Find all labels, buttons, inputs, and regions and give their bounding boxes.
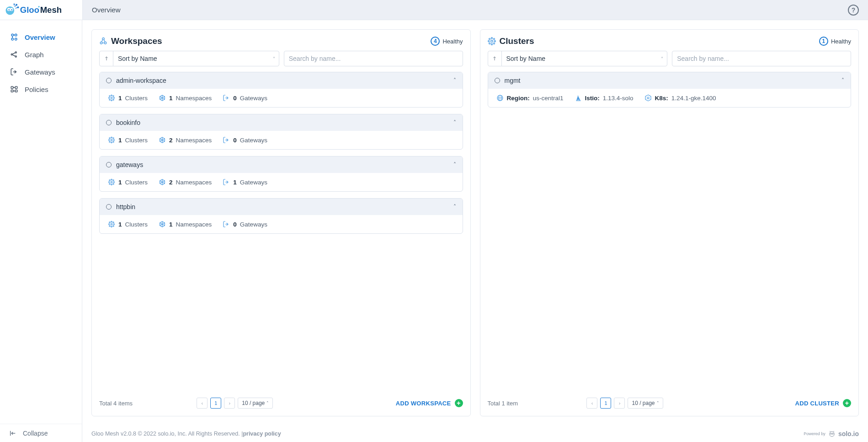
sidebar-item-label: Policies (25, 86, 48, 93)
svg-rect-26 (11, 86, 13, 89)
clusters-search-input[interactable] (672, 51, 851, 66)
sort-direction-icon[interactable] (488, 51, 502, 66)
top-bar: Gloo Mesh Overview ? (0, 0, 868, 20)
workspace-item-name: httpbin (116, 203, 449, 210)
chevron-up-icon: ˄ (453, 77, 456, 84)
svg-point-99 (491, 43, 492, 45)
plus-icon: + (843, 399, 851, 407)
cluster-item-header[interactable]: mgmt ˄ (488, 72, 851, 89)
gateways-icon (223, 178, 230, 186)
status-dot-icon (495, 78, 500, 83)
istio-icon (575, 94, 582, 102)
svg-point-20 (11, 54, 12, 55)
workspaces-pagination: ‹ 1 › 10 / page˄ (197, 398, 273, 409)
panel-clusters-title-text: Clusters (500, 36, 534, 46)
workspaces-sort-label: Sort by Name (113, 55, 268, 62)
stat-label: Gateways (240, 179, 267, 186)
pager-size-select[interactable]: 10 / page˄ (238, 398, 273, 409)
stat-label: Namespaces (176, 221, 212, 228)
workspaces-count-circle: 4 (431, 37, 440, 46)
svg-point-6 (16, 4, 17, 5)
svg-point-63 (113, 141, 114, 142)
stat-gateways: 0 Gateways (223, 221, 267, 228)
workspace-item-header[interactable]: bookinfo ˄ (100, 114, 463, 131)
workspace-item: gateways ˄ 1 Clusters 2 Namespaces 1 Gat (99, 156, 463, 192)
gateways-icon (223, 221, 230, 228)
svg-point-116 (831, 433, 832, 435)
svg-point-75 (113, 180, 114, 181)
svg-point-62 (109, 141, 110, 142)
svg-point-55 (111, 139, 112, 140)
svg-point-84 (111, 221, 112, 222)
svg-point-15 (15, 34, 17, 36)
svg-point-73 (113, 182, 114, 183)
stat-clusters: 1 Clusters (108, 221, 148, 228)
status-dot-icon (106, 120, 112, 125)
svg-point-91 (113, 226, 114, 226)
clusters-sort-dropdown[interactable]: Sort by Name ˄ (488, 51, 668, 66)
pager-size-select[interactable]: 10 / page˄ (628, 398, 663, 409)
sidebar: Overview Graph Gateways Policies Collaps… (0, 20, 82, 442)
clusters-pagination: ‹ 1 › 10 / page˄ (586, 398, 663, 409)
svg-line-37 (101, 40, 102, 42)
svg-point-98 (491, 38, 492, 39)
panel-workspaces: Workspaces 4 Healthy Sort by Name ˄ (91, 29, 471, 416)
svg-point-87 (113, 224, 114, 225)
workspaces-sort-dropdown[interactable]: Sort by Name ˄ (99, 51, 279, 66)
sidebar-item-gateways[interactable]: Gateways (0, 63, 82, 81)
clusters-sort-label: Sort by Name (502, 55, 656, 62)
workspace-item-header[interactable]: gateways ˄ (100, 156, 463, 173)
svg-point-10 (14, 4, 15, 4)
svg-point-35 (100, 42, 102, 44)
namespaces-icon (159, 94, 166, 102)
svg-point-49 (113, 99, 114, 100)
namespaces-icon (159, 136, 166, 144)
footer-bar: Gloo Mesh v2.0.8 © 2022 solo.io, Inc. Al… (82, 426, 868, 442)
workspace-item: httpbin ˄ 1 Clusters 1 Namespaces 0 Gate (99, 198, 463, 234)
privacy-policy-link[interactable]: privacy policy (243, 431, 281, 437)
svg-point-117 (832, 433, 834, 435)
svg-point-76 (109, 183, 110, 184)
add-cluster-button[interactable]: ADD CLUSTER + (795, 399, 851, 407)
svg-point-48 (109, 99, 110, 100)
help-button[interactable]: ? (848, 5, 859, 16)
svg-point-100 (488, 41, 489, 42)
workspaces-search-input[interactable] (284, 51, 463, 66)
svg-point-85 (111, 226, 112, 227)
pager-next-button[interactable]: › (224, 398, 235, 409)
svg-point-14 (11, 34, 14, 36)
sidebar-item-overview[interactable]: Overview (0, 28, 82, 46)
svg-line-38 (104, 40, 105, 42)
stat-label: Clusters (125, 179, 148, 186)
sort-direction-icon[interactable] (100, 51, 113, 66)
add-workspace-label: ADD WORKSPACE (396, 400, 451, 407)
logo[interactable]: Gloo Mesh (0, 0, 82, 20)
workspace-item-header[interactable]: httpbin ˄ (100, 199, 463, 215)
sidebar-item-graph[interactable]: Graph (0, 46, 82, 63)
clusters-icon (108, 178, 115, 186)
clusters-icon (108, 221, 115, 228)
collapse-sidebar-button[interactable]: Collapse (0, 424, 82, 442)
sidebar-item-label: Overview (25, 33, 55, 41)
pager-prev-button[interactable]: ‹ (197, 398, 208, 409)
svg-point-16 (11, 38, 14, 40)
pager-page-button[interactable]: 1 (210, 398, 221, 409)
pager-page-button[interactable]: 1 (600, 398, 611, 409)
workspace-item-header[interactable]: admin-workspace ˄ (100, 72, 463, 89)
workspace-item-name: admin-workspace (116, 77, 449, 84)
title-bar: Overview ? (82, 0, 868, 20)
pager-prev-button[interactable]: ‹ (586, 398, 597, 409)
svg-point-89 (113, 222, 114, 223)
copyright-text: Gloo Mesh v2.0.8 © 2022 solo.io, Inc. Al… (91, 431, 243, 437)
stat-count: 1 (118, 137, 122, 144)
sidebar-item-policies[interactable]: Policies (0, 81, 82, 98)
svg-point-17 (15, 38, 17, 40)
clusters-count-circle: 1 (819, 37, 828, 46)
namespaces-icon (159, 221, 166, 228)
workspace-item: bookinfo ˄ 1 Clusters 2 Namespaces 0 Gat (99, 114, 463, 150)
pager-next-button[interactable]: › (614, 398, 625, 409)
add-workspace-button[interactable]: ADD WORKSPACE + (396, 399, 463, 407)
globe-icon (496, 94, 504, 102)
clusters-icon (488, 37, 496, 45)
svg-point-4 (11, 9, 12, 11)
